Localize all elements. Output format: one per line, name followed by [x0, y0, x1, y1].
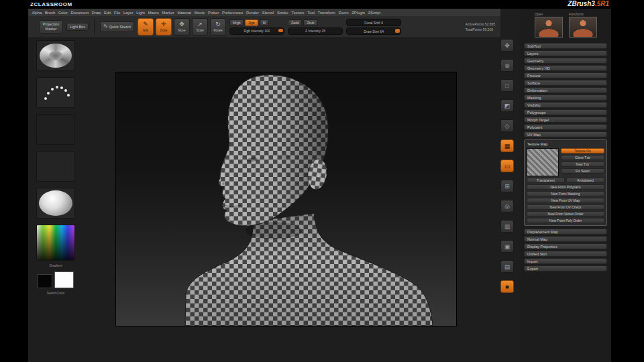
draw-size-slider[interactable]: Draw Size 64: [346, 27, 401, 35]
menu-item[interactable]: Material: [176, 11, 193, 15]
texture-map-header[interactable]: Texture Map: [527, 142, 604, 146]
focal-shift-slider[interactable]: Focal Shift 0: [346, 19, 401, 26]
tool-section-button[interactable]: Layers: [524, 50, 607, 56]
texture-on-toggle[interactable]: Texture On: [561, 148, 604, 154]
tool-section-button[interactable]: Displacement Map: [524, 229, 607, 235]
tool-section-button[interactable]: Import: [524, 258, 607, 264]
texture-map-action-button[interactable]: Fix Seam: [561, 168, 604, 174]
tool-section-button[interactable]: Normal Map: [524, 236, 607, 242]
rgb-button[interactable]: Rgb: [245, 19, 258, 26]
texture-map-action-button[interactable]: Clone Txtr: [561, 155, 604, 160]
tool-thumb-open[interactable]: Open: [535, 12, 563, 38]
transparent-toggle[interactable]: Transparent: [527, 178, 565, 183]
document-canvas[interactable]: [116, 72, 456, 326]
tool-section-button[interactable]: Morph Target: [524, 117, 607, 123]
rotate-button[interactable]: ↻ Rotate: [210, 18, 226, 36]
menu-item[interactable]: Stroke: [276, 11, 290, 15]
zadd-button[interactable]: Zadd: [288, 19, 302, 26]
move-button[interactable]: ✥ Move: [174, 18, 190, 36]
menu-item[interactable]: Macro: [146, 11, 160, 15]
aa-half-button[interactable]: ◩: [500, 99, 514, 112]
new-from-button[interactable]: New From UV Map: [527, 198, 604, 203]
menu-item[interactable]: Stencil: [260, 11, 275, 15]
tool-section-button[interactable]: Polypaint: [524, 124, 607, 130]
mrgb-button[interactable]: Mrgb: [229, 19, 244, 26]
m-button[interactable]: M: [260, 19, 269, 26]
uv-check-button[interactable]: ▭: [500, 160, 514, 172]
texture-map-thumbnail[interactable]: [527, 148, 559, 176]
menu-item[interactable]: Light: [135, 11, 146, 15]
quick-sketch-button[interactable]: ✎ Quick Sketch: [100, 21, 134, 32]
scroll-canvas-button[interactable]: ✥: [500, 39, 514, 52]
material-selector[interactable]: [36, 188, 75, 219]
tool-section-button[interactable]: Masking: [524, 95, 607, 101]
texture-on-button[interactable]: ▦: [500, 139, 514, 152]
menu-item[interactable]: Brush: [44, 11, 57, 15]
menu-item[interactable]: ZPlugin: [350, 11, 366, 15]
tool-section-button[interactable]: Export: [524, 265, 607, 272]
menu-item[interactable]: Marker: [160, 11, 176, 15]
polyframe-button[interactable]: ▤: [500, 260, 514, 273]
menu-item[interactable]: Zoom: [337, 11, 350, 15]
brush-selector[interactable]: [36, 40, 75, 71]
zsub-button[interactable]: Zsub: [303, 19, 317, 26]
light-box-button[interactable]: Light Box: [66, 23, 89, 32]
texture-selector[interactable]: [36, 151, 75, 182]
new-from-button[interactable]: New From UV Check: [527, 204, 604, 210]
tool-section-button[interactable]: Polygroups: [524, 109, 607, 115]
menu-item[interactable]: Transform: [316, 11, 337, 15]
menu-item[interactable]: Render: [245, 11, 261, 15]
menu-item[interactable]: Alpha: [30, 11, 44, 15]
menu-item[interactable]: Movie: [193, 11, 206, 15]
projection-master-button[interactable]: Projection Master: [39, 20, 63, 33]
tool-section-button[interactable]: Preview: [524, 72, 607, 78]
edit-button[interactable]: ✎ Edit: [138, 18, 154, 36]
antialiased-toggle[interactable]: Antialiased: [566, 178, 604, 183]
tool-section-button[interactable]: UV Map: [524, 131, 607, 137]
menu-item[interactable]: ZScript: [366, 11, 382, 15]
tool-section-button[interactable]: Display Properties: [524, 243, 607, 249]
local-button[interactable]: ◎: [500, 200, 514, 213]
menu-item[interactable]: Draw: [90, 11, 102, 15]
new-from-button[interactable]: New From Vertex Order: [527, 211, 604, 217]
tool-section-button[interactable]: Deformation: [524, 87, 607, 93]
draw-button[interactable]: ✛ Draw: [156, 18, 172, 36]
tool-section-button[interactable]: SubTool: [524, 43, 607, 49]
menu-item[interactable]: Edit: [103, 11, 113, 15]
zoom-canvas-button[interactable]: ⊕: [500, 59, 514, 72]
menu-item[interactable]: Preferences: [221, 11, 245, 15]
menu-item[interactable]: Document: [69, 11, 90, 15]
new-from-button[interactable]: New From Polypaint: [527, 184, 604, 190]
slider-nub[interactable]: [395, 29, 400, 33]
tool-thumb-functions[interactable]: Functions: [569, 12, 597, 38]
rgb-intensity-slider[interactable]: Rgb Intensity 100: [229, 27, 284, 35]
new-from-button[interactable]: New From Masking: [527, 191, 604, 196]
tool-section-button[interactable]: Surface: [524, 80, 607, 86]
frame-button[interactable]: ▣: [500, 240, 514, 253]
slider-nub[interactable]: [278, 29, 283, 33]
primary-color-swatch[interactable]: [54, 272, 74, 288]
tool-section-button[interactable]: Visibility: [524, 102, 607, 108]
lsym-button[interactable]: ▥: [500, 220, 514, 233]
color-picker[interactable]: [36, 225, 75, 261]
scale-button[interactable]: ↗ Scale: [192, 18, 208, 36]
menu-item[interactable]: Picker: [207, 11, 221, 15]
floor-button[interactable]: ⊞: [500, 180, 514, 192]
texture-map-action-button[interactable]: New Txtr: [561, 162, 604, 167]
actual-size-button[interactable]: □: [500, 79, 514, 92]
tool-section-button[interactable]: Unified Skin: [524, 251, 607, 257]
new-from-button[interactable]: New From Poly Order: [527, 218, 604, 223]
menu-item[interactable]: Layer: [122, 11, 135, 15]
secondary-color-swatch[interactable]: [38, 274, 52, 288]
menu-item[interactable]: File: [112, 11, 121, 15]
z-intensity-slider[interactable]: Z Intensity 25: [288, 27, 343, 35]
persp-button[interactable]: ◇: [500, 119, 514, 132]
menu-item[interactable]: Color: [57, 11, 70, 15]
alpha-selector[interactable]: [36, 114, 75, 145]
menu-item[interactable]: Texture: [290, 11, 306, 15]
tool-section-button[interactable]: Geometry: [524, 58, 607, 64]
tool-section-button[interactable]: Geometry HD: [524, 65, 607, 71]
render-button[interactable]: ■: [500, 280, 514, 293]
menu-item[interactable]: Tool: [306, 11, 316, 15]
stroke-selector[interactable]: [36, 77, 75, 108]
